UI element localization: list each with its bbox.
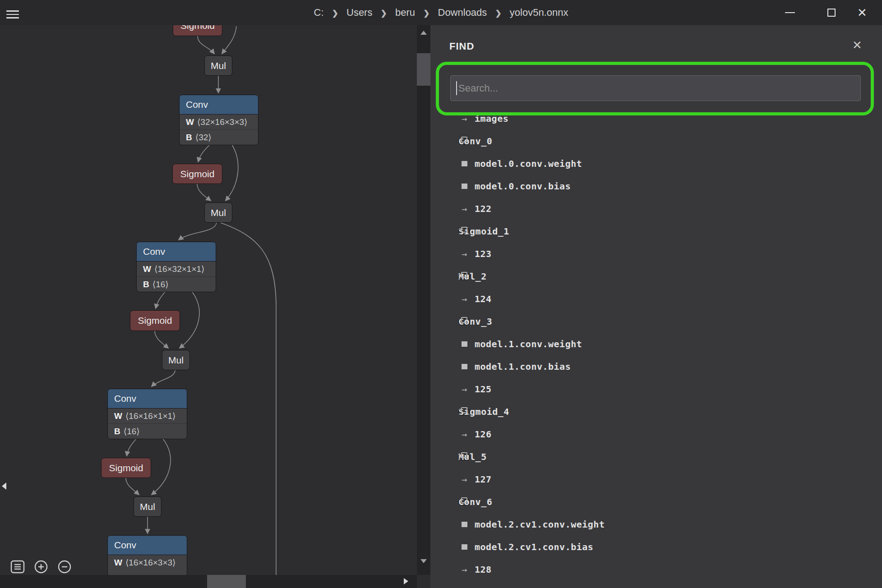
node-type-label: Conv bbox=[137, 242, 216, 262]
tensor-arrow-icon: → bbox=[458, 564, 470, 575]
node-param-weight: W⟨16×16×1×1⟩ bbox=[108, 409, 187, 423]
initializer-marker-icon bbox=[458, 161, 470, 166]
initializer-marker-icon bbox=[458, 184, 470, 189]
tensor-arrow-icon: → bbox=[458, 384, 470, 395]
find-close-button[interactable]: ✕ bbox=[849, 37, 865, 53]
find-result-item[interactable]: model.0.conv.bias bbox=[430, 175, 882, 198]
find-results-list: → images Conv_0 model.0.conv.weight mode… bbox=[430, 107, 882, 581]
tensor-arrow-icon: → bbox=[458, 248, 470, 259]
find-result-item[interactable]: → 127 bbox=[430, 468, 882, 491]
find-result-item[interactable]: model.2.cv1.conv.bias bbox=[430, 536, 882, 558]
find-result-label: 128 bbox=[475, 564, 492, 575]
zoom-in-button[interactable] bbox=[32, 558, 50, 575]
graph-node-sigmoid[interactable]: Sigmoid bbox=[130, 310, 180, 331]
find-result-item[interactable]: Conv_3 bbox=[430, 310, 882, 333]
graph-node-conv[interactable]: Conv W⟨16×16×1×1⟩ B⟨16⟩ bbox=[107, 389, 187, 439]
find-result-label: model.2.cv1.conv.weight bbox=[475, 519, 605, 530]
node-type-label: Sigmoid bbox=[138, 315, 172, 326]
find-result-label: 123 bbox=[475, 248, 492, 259]
find-result-item[interactable]: → 128 bbox=[430, 558, 882, 581]
find-result-label: model.0.conv.weight bbox=[475, 158, 582, 169]
find-result-item[interactable]: → 125 bbox=[430, 378, 882, 400]
graph-node-mul[interactable]: Mul bbox=[134, 496, 162, 517]
maximize-button[interactable] bbox=[819, 0, 844, 25]
chevron-right-icon: ❯ bbox=[495, 9, 501, 18]
zoom-in-icon bbox=[33, 559, 49, 575]
breadcrumb-item-filename: yolov5n.onnx bbox=[510, 7, 568, 18]
graph-node-conv[interactable]: Conv W⟨32×16×3×3⟩ B⟨32⟩ bbox=[179, 95, 259, 145]
node-type-label: Sigmoid bbox=[180, 169, 215, 179]
find-result-item[interactable]: → 123 bbox=[430, 243, 882, 265]
node-marker-icon bbox=[458, 318, 470, 325]
vertical-scrollbar[interactable] bbox=[417, 25, 430, 575]
zoom-out-button[interactable] bbox=[56, 558, 73, 575]
find-result-item[interactable]: → 124 bbox=[430, 288, 882, 310]
chevron-right-icon: ❯ bbox=[332, 9, 338, 18]
find-result-label: model.1.conv.weight bbox=[475, 339, 582, 349]
node-type-label: Conv bbox=[108, 536, 187, 555]
find-result-item[interactable]: model.1.conv.bias bbox=[430, 355, 882, 378]
zoom-out-icon bbox=[56, 559, 73, 575]
find-result-item[interactable]: → 122 bbox=[430, 198, 882, 220]
minimize-icon bbox=[785, 12, 795, 13]
horizontal-scrollbar[interactable] bbox=[0, 575, 417, 588]
breadcrumb-item: Downloads bbox=[438, 7, 487, 18]
graph-node-mul[interactable]: Mul bbox=[204, 202, 232, 223]
graph-node-conv[interactable]: Conv W⟨16×16×3×3⟩ bbox=[107, 535, 187, 577]
find-result-item[interactable]: Conv_0 bbox=[430, 130, 882, 152]
find-result-label: model.2.cv1.conv.bias bbox=[475, 542, 593, 552]
model-properties-button[interactable] bbox=[9, 558, 26, 575]
graph-node-sigmoid[interactable]: Sigmoid bbox=[172, 164, 222, 184]
find-result-item[interactable]: model.0.conv.weight bbox=[430, 152, 882, 175]
node-marker-icon bbox=[458, 409, 470, 415]
graph-node-sigmoid[interactable]: Sigmoid bbox=[101, 458, 151, 478]
find-panel: FIND ✕ → images Conv_0 model.0.conv.weig… bbox=[430, 25, 882, 588]
initializer-marker-icon bbox=[458, 522, 470, 527]
breadcrumb: C: ❯ Users ❯ beru ❯ Downloads ❯ yolov5n.… bbox=[0, 0, 882, 25]
node-param-bias: B⟨16⟩ bbox=[137, 276, 216, 292]
find-result-label: 124 bbox=[475, 294, 492, 304]
find-result-item[interactable]: model.2.cv1.conv.weight bbox=[430, 513, 882, 536]
scroll-up-arrow-icon[interactable] bbox=[420, 31, 427, 35]
find-result-item[interactable]: Conv_6 bbox=[430, 491, 882, 513]
find-result-item[interactable]: Mul_5 bbox=[430, 446, 882, 468]
scroll-left-arrow-icon[interactable] bbox=[2, 482, 6, 490]
node-param-weight: W⟨16×16×3×3⟩ bbox=[108, 555, 187, 570]
find-result-item[interactable]: Mul_2 bbox=[430, 265, 882, 288]
node-marker-icon bbox=[458, 499, 470, 505]
close-window-button[interactable]: ✕ bbox=[850, 0, 875, 25]
find-result-item[interactable]: → 126 bbox=[430, 423, 882, 446]
graph-node-conv[interactable]: Conv W⟨16×32×1×1⟩ B⟨16⟩ bbox=[136, 242, 216, 292]
breadcrumb-item: C: bbox=[314, 7, 324, 18]
find-result-label: 122 bbox=[475, 203, 492, 214]
find-result-item[interactable]: Sigmoid_4 bbox=[430, 400, 882, 423]
node-type-label: Mul bbox=[211, 207, 226, 218]
node-type-label: Mul bbox=[211, 60, 226, 71]
list-icon bbox=[9, 559, 26, 575]
netron-window: Sigmoid Mul Conv W⟨32×16×3×3⟩ B⟨32⟩ Sigm… bbox=[0, 0, 882, 588]
node-marker-icon bbox=[458, 138, 470, 145]
vertical-scrollbar-thumb[interactable] bbox=[417, 53, 430, 86]
find-result-item[interactable]: Sigmoid_1 bbox=[430, 220, 882, 243]
node-type-label: Mul bbox=[140, 501, 155, 512]
find-result-item[interactable]: model.1.conv.weight bbox=[430, 333, 882, 355]
node-param-weight: W⟨32×16×3×3⟩ bbox=[180, 115, 258, 129]
find-result-label: images bbox=[475, 113, 508, 124]
graph-node-mul[interactable]: Mul bbox=[162, 350, 190, 370]
graph-node-mul[interactable]: Mul bbox=[204, 55, 232, 76]
node-param-bias: B⟨32⟩ bbox=[180, 129, 258, 145]
find-result-label: model.1.conv.bias bbox=[475, 361, 571, 372]
initializer-marker-icon bbox=[458, 544, 470, 550]
tensor-arrow-icon: → bbox=[458, 474, 470, 485]
node-param-bias: B⟨16⟩ bbox=[108, 423, 187, 439]
find-result-label: 125 bbox=[475, 384, 492, 395]
minimize-button[interactable] bbox=[777, 0, 803, 25]
find-result-item[interactable]: → images bbox=[430, 107, 882, 130]
search-input[interactable] bbox=[450, 75, 861, 101]
scroll-right-arrow-icon[interactable] bbox=[404, 578, 408, 584]
horizontal-scrollbar-thumb[interactable] bbox=[207, 575, 246, 588]
node-type-label: Sigmoid bbox=[109, 463, 143, 473]
node-param-weight: W⟨16×32×1×1⟩ bbox=[137, 262, 216, 276]
scroll-down-arrow-icon[interactable] bbox=[420, 559, 427, 563]
initializer-marker-icon bbox=[458, 341, 470, 347]
